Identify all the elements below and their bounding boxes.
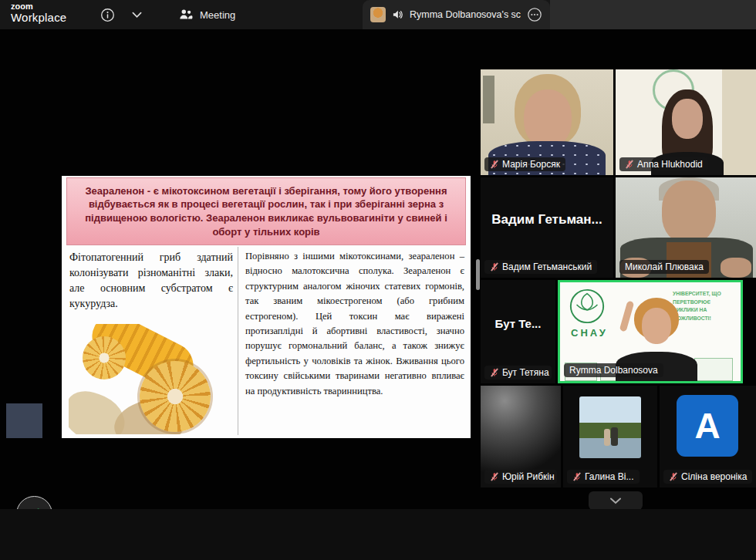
slide-text-right: Порівняно з іншими мікотоксинами, зеарал…	[245, 249, 464, 399]
tab-screen-share[interactable]: Rymma Dolbanosova's scree	[363, 0, 550, 29]
muted-mic-icon	[572, 472, 582, 481]
participant-name-label: Anna Hlukhodid	[619, 157, 708, 171]
video-tile-vadym-hetmanskyi[interactable]: Вадим Гетьман... Вадим Гетьманський	[481, 177, 613, 278]
snau-logo-text: СНАУ	[571, 327, 608, 339]
participant-name-label: Марія Борсяк	[484, 157, 565, 171]
video-tile-maria-borsiak[interactable]: Марія Борсяк	[481, 69, 613, 175]
participant-placeholder-name: Бут Те...	[481, 317, 555, 330]
video-tile-silina-veronika[interactable]: A Сіліна вероніка	[660, 386, 756, 487]
muted-mic-icon	[490, 262, 499, 272]
participant-name-label: Юрій Рибкін	[484, 470, 557, 484]
participant-name-label: Вадим Гетьманський	[484, 260, 597, 274]
participant-placeholder-name: Вадим Гетьман...	[481, 212, 613, 228]
slide-text-left: Фітопатогенний гриб здатний колонізувати…	[69, 250, 233, 312]
tab-strip-background	[550, 0, 756, 29]
zoom-meeting-window: zoom Workplace Meeting Rymma Dolbanosova…	[0, 0, 756, 560]
muted-mic-icon	[490, 160, 499, 169]
video-tile-yurii-rybkin[interactable]: Юрій Рибкін	[481, 386, 561, 487]
meeting-toolbar: Audio Video 36 Participants Chat	[0, 509, 756, 560]
avatar-letter: A	[677, 395, 738, 457]
people-icon	[179, 8, 193, 21]
participant-name-label: Rymma Dolbanosova	[564, 363, 663, 377]
participant-name-label: Сіліна вероніка	[663, 470, 752, 484]
presentation-slide: Зеараленон - є мікотоксином вегетації і …	[62, 176, 471, 438]
avatar-photo	[579, 396, 641, 458]
participant-name-label: Галина Ві...	[567, 470, 640, 484]
slide-title: Зеараленон - є мікотоксином вегетації і …	[66, 177, 466, 245]
muted-mic-icon	[669, 472, 678, 481]
slide-column-divider	[238, 247, 238, 435]
chevron-down-icon[interactable]	[128, 6, 145, 23]
info-icon[interactable]	[99, 6, 116, 23]
tab-screen-share-title: Rymma Dolbanosova's scree	[410, 9, 521, 20]
video-tile-anna-hlukhodid[interactable]: Anna Hlukhodid	[616, 69, 756, 175]
speaker-icon	[392, 9, 403, 20]
muted-mic-icon	[625, 160, 634, 169]
video-strip-scrollbar[interactable]	[476, 259, 480, 290]
participant-name-label: Миколай Плювака	[619, 260, 709, 274]
muted-mic-icon	[490, 368, 499, 377]
tab-meeting-label: Meeting	[200, 9, 235, 21]
tab-avatar	[370, 7, 386, 22]
video-tile-rymma-dolbanosova-active-speaker[interactable]: СНАУ УНІВЕРСИТЕТ, ЩО ПЕРЕТВОРЮЄ ВИКЛИКИ …	[558, 280, 743, 383]
muted-mic-icon	[490, 472, 499, 481]
tab-meeting[interactable]: Meeting	[168, 0, 246, 29]
participant-name-label: Бут Тетяна	[484, 366, 552, 380]
corn-image	[69, 324, 234, 434]
zoom-workplace-logo: zoom Workplace	[11, 2, 66, 23]
video-tile-but-tetiana[interactable]: Бут Те... Бут Тетяна	[481, 280, 555, 383]
video-tile-halyna[interactable]: Галина Ві...	[563, 386, 657, 487]
collapse-videos-button[interactable]	[589, 491, 643, 510]
university-slogan: УНІВЕРСИТЕТ, ЩО ПЕРЕТВОРЮЄ ВИКЛИКИ НА МО…	[673, 290, 736, 322]
top-bar: zoom Workplace Meeting Rymma Dolbanosova…	[0, 0, 756, 29]
snau-logo-icon	[568, 287, 606, 326]
shared-screen-artifact	[6, 403, 42, 438]
chevron-down-icon	[609, 498, 622, 504]
tab-more-options-icon[interactable]	[527, 7, 542, 22]
video-tile-mykolai-pliuvaka[interactable]: Миколай Плювака	[616, 177, 756, 278]
